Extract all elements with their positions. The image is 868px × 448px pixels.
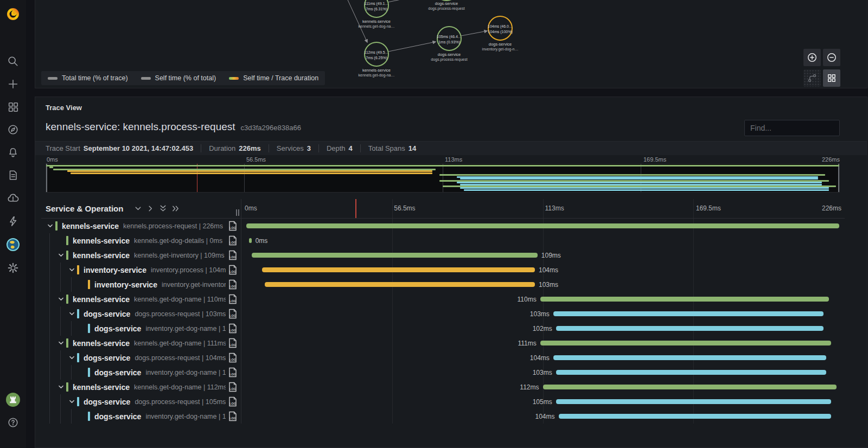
- log-icon[interactable]: LOG: [228, 250, 237, 263]
- user-avatar[interactable]: [0, 391, 26, 408]
- log-icon[interactable]: LOG: [228, 338, 237, 350]
- span-bar[interactable]: [553, 355, 826, 360]
- timeline-ruler: 0ms 56.5ms 113ms 169.5ms 226ms: [241, 199, 845, 218]
- svg-text:104ms (46.0…: 104ms (46.0…: [488, 24, 513, 29]
- expand-chevron-icon[interactable]: [66, 350, 77, 365]
- operation-and-duration: inventory.get-dog-name | 10…: [145, 369, 226, 376]
- minimap-span-bar: [464, 189, 829, 191]
- expand-chevron-icon[interactable]: [55, 248, 66, 263]
- expand-chevron-icon[interactable]: [55, 380, 66, 394]
- svg-text:LOG: LOG: [229, 299, 236, 303]
- column-resizer-handle[interactable]: [236, 209, 239, 216]
- layout-tree-button[interactable]: [803, 69, 821, 87]
- log-icon[interactable]: LOG: [228, 411, 237, 424]
- grafana-logo-icon[interactable]: [0, 5, 26, 23]
- graph-node[interactable]: 111ms (49.1…7ms (6.31%)kennels-serviceke…: [359, 0, 395, 29]
- log-icon[interactable]: LOG: [228, 353, 237, 365]
- expand-chevron-icon[interactable]: [55, 336, 66, 350]
- service-color-bar: [77, 353, 79, 362]
- find-input[interactable]: [744, 120, 840, 136]
- span-bar[interactable]: [252, 253, 538, 258]
- table-row[interactable]: inventory-service inventory.process | 10…: [41, 263, 845, 277]
- service-name: dogs-service: [94, 324, 141, 333]
- span-bar[interactable]: [540, 341, 832, 345]
- log-icon[interactable]: LOG: [228, 235, 237, 248]
- layout-grid-button[interactable]: [823, 69, 840, 87]
- span-bar[interactable]: [249, 238, 252, 243]
- table-row[interactable]: dogs-service inventory.get-dog-name | 10…: [41, 365, 845, 380]
- collapse-one-icon[interactable]: [133, 203, 143, 214]
- table-row[interactable]: kennels-service kennels.get-dog-name | 1…: [41, 380, 845, 394]
- indent-guides: [44, 380, 66, 394]
- svg-text:LOG: LOG: [229, 255, 236, 259]
- svg-text:LOG: LOG: [229, 226, 236, 229]
- span-bar[interactable]: [265, 282, 535, 287]
- log-icon[interactable]: LOG: [228, 367, 237, 380]
- svg-text:inventory.get-dog-n…: inventory.get-dog-n…: [482, 47, 519, 52]
- expand-all-icon[interactable]: [170, 203, 181, 214]
- table-row[interactable]: inventory-service inventory.get-inventor…: [41, 277, 845, 292]
- svg-text:LOG: LOG: [229, 329, 236, 332]
- graph-node[interactable]: 104ms (46.0…104ms (100%)dogs-serviceinve…: [482, 16, 519, 52]
- log-icon[interactable]: LOG: [228, 382, 237, 394]
- explore-compass-icon[interactable]: [0, 121, 26, 138]
- span-timeline-cell: [241, 219, 845, 233]
- zoom-out-button[interactable]: [823, 49, 840, 66]
- table-row[interactable]: dogs-service dogs.process-request | 105m…: [41, 394, 845, 409]
- expand-chevron-icon[interactable]: [66, 394, 77, 409]
- table-row[interactable]: dogs-service dogs.process-request | 103m…: [41, 306, 845, 321]
- legend-item-self-trace-duration: Self time / Trace duration: [229, 74, 318, 82]
- log-icon[interactable]: LOG: [228, 396, 237, 409]
- svg-text:105ms (46.4…: 105ms (46.4…: [437, 35, 462, 39]
- span-timeline-cell: 109ms: [241, 248, 845, 263]
- expand-chevron-icon[interactable]: [44, 219, 55, 233]
- log-icon[interactable]: LOG: [228, 279, 237, 292]
- table-row[interactable]: kennels-service kennels.get-dog-name | 1…: [41, 292, 845, 306]
- cloud-alert-icon[interactable]: [0, 189, 26, 207]
- admin-lightning-icon[interactable]: [0, 213, 26, 230]
- docs-document-icon[interactable]: [0, 167, 26, 184]
- span-bar[interactable]: [543, 385, 837, 389]
- graph-node[interactable]: 105ms (46.4…1ms (0.93%)dogs-servicedogs.…: [431, 27, 467, 62]
- trace-minimap[interactable]: 0ms 56.5ms 113ms 169.5ms 226ms: [46, 156, 840, 193]
- log-icon[interactable]: LOG: [228, 323, 237, 336]
- dashboards-icon[interactable]: [0, 98, 26, 116]
- expand-chevron-icon[interactable]: [66, 263, 77, 277]
- graph-node[interactable]: 112ms (49.5…7ms (6.25%)kennels-serviceke…: [359, 42, 395, 78]
- span-bar[interactable]: [540, 297, 829, 302]
- table-row[interactable]: dogs-service dogs.process-request | 104m…: [41, 350, 845, 365]
- log-icon[interactable]: LOG: [228, 221, 237, 233]
- collapse-all-icon[interactable]: [158, 203, 168, 214]
- span-bar[interactable]: [556, 370, 826, 375]
- table-row[interactable]: dogs-service inventory.get-dog-name | 10…: [41, 409, 845, 424]
- table-row[interactable]: kennels-service kennels.get-dog-name | 1…: [41, 336, 845, 350]
- minimap-graph[interactable]: [46, 163, 840, 193]
- span-bar[interactable]: [262, 267, 535, 272]
- expand-one-icon[interactable]: [145, 203, 156, 214]
- table-row[interactable]: dogs-service inventory.get-dog-name | 10…: [41, 321, 845, 336]
- node-graph-legend: Total time (% of trace) Self time (% of …: [41, 71, 325, 85]
- expand-chevron-icon[interactable]: [55, 292, 66, 306]
- span-bar[interactable]: [553, 311, 824, 316]
- log-icon[interactable]: LOG: [228, 309, 237, 321]
- log-icon[interactable]: LOG: [228, 294, 237, 306]
- plugin-globe-icon[interactable]: [0, 236, 26, 253]
- span-bar[interactable]: [556, 399, 832, 404]
- create-plus-icon[interactable]: [0, 75, 26, 93]
- alerting-bell-icon[interactable]: [0, 144, 26, 161]
- span-bar[interactable]: [556, 326, 824, 331]
- span-bar[interactable]: [559, 414, 832, 419]
- table-row[interactable]: kennels-service kennels.process-request …: [41, 219, 845, 233]
- span-duration-label: 103ms: [533, 369, 552, 376]
- table-row[interactable]: kennels-service kennels.get-dog-details …: [41, 233, 845, 248]
- search-icon[interactable]: [0, 53, 26, 70]
- span-bar[interactable]: [246, 223, 839, 228]
- zoom-in-button[interactable]: [803, 49, 821, 66]
- expand-chevron-icon[interactable]: [66, 306, 77, 321]
- help-icon[interactable]: [0, 414, 26, 431]
- log-icon[interactable]: LOG: [228, 265, 237, 277]
- settings-gear-icon[interactable]: [0, 259, 26, 277]
- span-name-cell: inventory-service inventory.process | 10…: [41, 263, 241, 277]
- table-row[interactable]: kennels-service kennels.get-inventory | …: [41, 248, 845, 263]
- grafana-logo-icon: [6, 7, 20, 21]
